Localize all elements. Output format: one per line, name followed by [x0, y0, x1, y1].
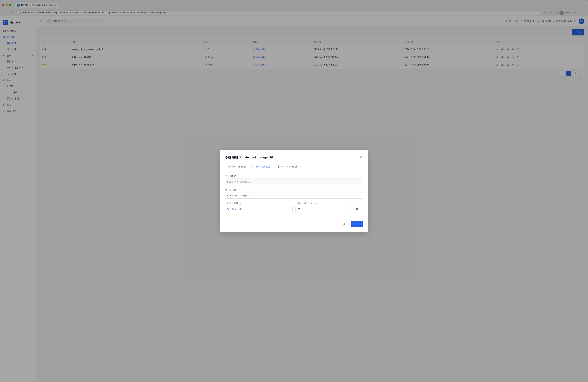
form-row-storage: * 저장소 유형 ? Delta Lake ∨ *: [225, 202, 363, 216]
table-name-label: 테이블 이름: [225, 188, 363, 191]
modal-header: 수집 편집: ingkle_test_datagen10 ✕: [225, 155, 363, 160]
retention-label: * 데이터 유지 기간 ?: [295, 202, 363, 205]
modal-tab-collect-settings[interactable]: 데이터 수집 설정: [225, 164, 249, 170]
storage-type-select-arrow: ∨: [289, 208, 291, 210]
modal-tab-schema-settings[interactable]: 데이터 스키마 설정: [273, 164, 300, 170]
required-asterisk: *: [225, 175, 226, 177]
modal-title: 수집 편집: ingkle_test_datagen10: [225, 155, 273, 159]
storage-type-label: * 저장소 유형 ?: [225, 202, 293, 205]
modal-overlay[interactable]: 수집 편집: ingkle_test_datagen10 ✕ 데이터 수집 설정…: [0, 0, 588, 382]
svg-marker-76: [227, 208, 229, 210]
table-name-input[interactable]: [225, 192, 363, 199]
storage-type-select-wrapper: Delta Lake ∨: [225, 206, 293, 212]
modal-footer: 취소 저장: [225, 221, 363, 227]
retention-help-icon: ?: [314, 202, 317, 205]
deltalake-select-icon: [227, 208, 229, 210]
modal-tab-storage-settings[interactable]: 데이터 저장 설정: [249, 164, 273, 170]
edit-modal: 수집 편집: ingkle_test_datagen10 ✕ 데이터 수집 설정…: [220, 150, 368, 232]
cancel-button[interactable]: 취소: [337, 221, 349, 227]
table-name-field: 테이블 이름: [225, 188, 363, 199]
table-id-label: * 테이블 ID: [225, 174, 363, 177]
modal-tabs: 데이터 수집 설정 데이터 저장 설정 데이터 스키마 설정: [225, 164, 363, 170]
save-button[interactable]: 저장: [351, 221, 363, 227]
table-id-field: * 테이블 ID: [225, 174, 363, 185]
storage-type-help-icon: ?: [239, 202, 241, 205]
retention-field: * 데이터 유지 기간 ? 일 월 년 ∨: [295, 202, 363, 212]
table-id-input[interactable]: [225, 178, 363, 185]
retention-value-input[interactable]: [295, 206, 352, 212]
storage-type-select[interactable]: Delta Lake: [225, 206, 293, 212]
modal-close-button[interactable]: ✕: [358, 155, 363, 160]
retention-row: 일 월 년 ∨: [295, 206, 363, 212]
retention-unit-select[interactable]: 일 월 년: [353, 206, 363, 212]
storage-type-field: * 저장소 유형 ? Delta Lake ∨: [225, 202, 293, 212]
retention-unit-wrapper: 일 월 년 ∨: [353, 206, 363, 212]
